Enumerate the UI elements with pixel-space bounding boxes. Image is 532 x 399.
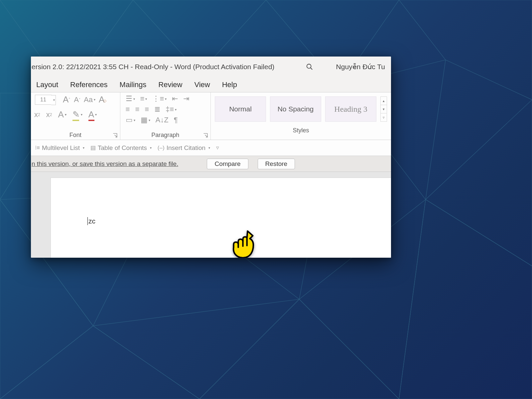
group-paragraph: ☰▾ ≡▾ ⋮≡▾ ⇤ ⇥ ≡ ≡ ≡ ≣ ‡≡▾ ▭▾ [120,92,211,140]
superscript-icon[interactable]: x2 [46,110,52,119]
gallery-up-icon[interactable]: ▴ [381,97,387,105]
user-name[interactable]: Nguyễn Đức Tu [336,63,385,71]
clear-formatting-icon[interactable]: A◇ [99,94,104,105]
text-effects-button[interactable]: A▾ [58,109,66,120]
search-button[interactable] [303,60,316,73]
subscript-icon[interactable]: x2 [34,110,40,119]
bullets-button[interactable]: ☰▾ [126,94,135,103]
style-normal[interactable]: Normal [215,96,266,122]
paragraph-dialog-launcher-icon[interactable] [203,133,208,138]
restore-button[interactable]: Restore [258,159,295,169]
tab-references[interactable]: References [70,80,108,89]
align-center-icon[interactable]: ≡ [135,105,139,114]
highlight-button[interactable]: ✎▾ [72,109,82,120]
style-no-spacing[interactable]: No Spacing [270,96,321,122]
font-dialog-launcher-icon[interactable] [113,133,117,138]
increase-indent-icon[interactable]: ⇥ [183,94,189,103]
search-icon [306,63,313,70]
qat-customize[interactable]: ▿ [216,144,219,151]
message-bar-text[interactable]: n this version, or save this version as … [32,160,178,168]
font-color-button[interactable]: A▾ [88,109,97,120]
message-bar: n this version, or save this version as … [31,156,391,172]
document-content: zc [87,217,95,225]
quick-access-bar: ⁝≡ Multilevel List▾ ▤ Table of Contents▾… [31,140,391,156]
customize-qat-icon: ▿ [216,144,219,151]
justify-icon[interactable]: ≣ [154,105,160,114]
group-styles: Normal No Spacing Heading 3 ▴ ▾ ▿ Styles [211,92,391,140]
window-title: ersion 2.0: 22/12/2021 3:55 CH - Read-On… [32,63,274,71]
tab-layout[interactable]: Layout [36,80,58,89]
qat-table-of-contents[interactable]: ▤ Table of Contents▾ [90,144,152,152]
shading-button[interactable]: ▭▾ [126,116,135,124]
title-bar: ersion 2.0: 22/12/2021 3:55 CH - Read-On… [31,57,391,77]
styles-gallery-scroll: ▴ ▾ ▿ [380,96,387,122]
svg-point-0 [307,64,311,68]
tab-review[interactable]: Review [158,80,182,89]
ribbon: 11 ▾ A˄ A˅ Aa▾ A◇ x2 x2 A▾ [31,92,391,140]
align-right-icon[interactable]: ≡ [145,105,149,114]
document-area[interactable]: zc [31,172,391,258]
font-size-input[interactable]: 11 ▾ [35,95,52,105]
toc-icon: ▤ [90,144,96,151]
qat-multilevel-list[interactable]: ⁝≡ Multilevel List▾ [35,144,84,152]
qat-insert-citation[interactable]: (–) Insert Citation▾ [158,144,210,152]
sort-icon[interactable]: A↓Z [156,116,169,124]
grow-font-icon[interactable]: A˄ [63,94,70,105]
show-marks-icon[interactable]: ¶ [174,116,178,124]
font-size-dropdown[interactable]: ▾ [51,95,56,105]
line-spacing-button[interactable]: ‡≡▾ [166,105,177,114]
tab-view[interactable]: View [194,80,210,89]
multilevel-list-icon: ⁝≡ [35,144,40,151]
numbering-button[interactable]: ≡▾ [140,94,147,103]
word-window: ersion 2.0: 22/12/2021 3:55 CH - Read-On… [31,57,391,258]
gallery-down-icon[interactable]: ▾ [381,105,387,113]
group-label-paragraph: Paragraph [120,130,210,140]
multilevel-button[interactable]: ⋮≡▾ [152,94,167,103]
style-heading-3[interactable]: Heading 3 [325,96,376,122]
align-left-icon[interactable]: ≡ [126,105,130,114]
gallery-more-icon[interactable]: ▿ [381,113,387,121]
ribbon-tabs: Layout References Mailings Review View H… [31,77,391,92]
borders-button[interactable]: ▦▾ [141,116,150,124]
change-case-button[interactable]: Aa▾ [84,95,95,104]
shrink-font-icon[interactable]: A˅ [74,95,80,104]
decrease-indent-icon[interactable]: ⇤ [172,94,178,103]
citation-icon: (–) [158,145,165,151]
page[interactable]: zc [51,178,391,258]
group-label-font: Font [31,130,120,140]
tab-help[interactable]: Help [222,80,237,89]
group-font: 11 ▾ A˄ A˅ Aa▾ A◇ x2 x2 A▾ [31,92,120,140]
tab-mailings[interactable]: Mailings [120,80,147,89]
compare-button[interactable]: Compare [207,159,248,169]
group-label-styles: Styles [215,126,387,135]
svg-line-1 [310,68,312,70]
